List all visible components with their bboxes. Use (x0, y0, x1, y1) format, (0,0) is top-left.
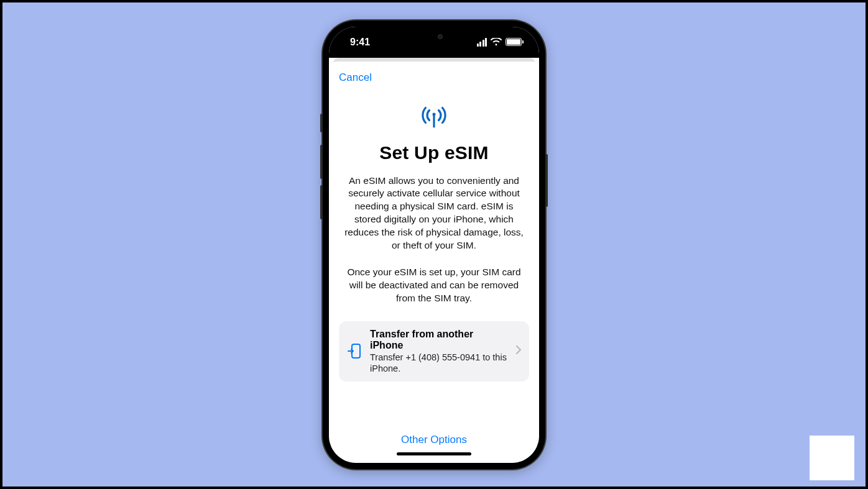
other-options-button[interactable]: Other Options (339, 427, 529, 449)
front-camera (438, 34, 443, 39)
notch (394, 27, 474, 47)
option-subtitle: Transfer +1 (408) 555-0941 to this iPhon… (370, 352, 508, 374)
volume-up-button (320, 145, 323, 179)
screen: 9:41 Cancel (329, 27, 539, 463)
side-button (545, 154, 548, 207)
status-time: 9:41 (350, 37, 370, 48)
cancel-button[interactable]: Cancel (339, 70, 372, 85)
iphone-device-frame: 9:41 Cancel (323, 21, 545, 469)
page-description-1: An eSIM allows you to conveniently and s… (339, 175, 529, 253)
page-title: Set Up eSIM (339, 142, 529, 163)
transfer-phone-icon (346, 343, 362, 359)
wifi-icon (491, 38, 502, 46)
option-text: Transfer from another iPhone Transfer +1… (370, 329, 508, 374)
cellular-broadcast-icon (418, 106, 450, 131)
mute-switch (320, 114, 323, 132)
modal-sheet: Cancel Set Up eSIM An eSIM allows you to… (329, 62, 539, 463)
svg-point-0 (433, 112, 436, 116)
chevron-right-icon (515, 345, 522, 357)
status-right (477, 38, 522, 47)
cellular-signal-icon (477, 38, 487, 47)
home-indicator[interactable] (397, 452, 471, 455)
page-description-2: Once your eSIM is set up, your SIM card … (339, 266, 529, 305)
status-bar: 9:41 (329, 27, 539, 58)
transfer-from-iphone-option[interactable]: Transfer from another iPhone Transfer +1… (339, 321, 529, 382)
corner-overlay (810, 436, 854, 480)
volume-down-button (320, 185, 323, 219)
option-title: Transfer from another iPhone (370, 329, 508, 351)
battery-icon (506, 38, 522, 46)
